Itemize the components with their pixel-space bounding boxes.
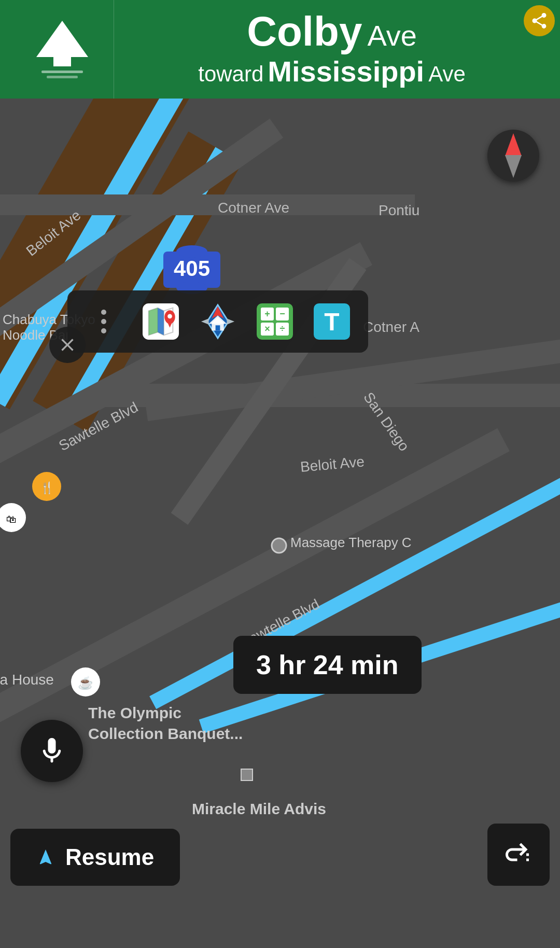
nav-header: Colby Ave toward Mississippi Ave (0, 0, 560, 99)
map-area[interactable]: 405 Beloit Ave Cotner Ave Cotner A Ponti… (0, 99, 560, 948)
nav-street-suffix: Ave (367, 19, 416, 52)
compass-south (505, 155, 522, 178)
nav-toward-label: toward (198, 62, 263, 87)
map-svg: 405 Beloit Ave Cotner Ave Cotner A Ponti… (0, 99, 560, 948)
resume-navigation-icon (36, 848, 55, 867)
dot-2 (101, 319, 106, 324)
svg-text:Cotner Ave: Cotner Ave (218, 200, 289, 216)
nav-street: Colby (247, 11, 362, 52)
compass[interactable] (487, 130, 539, 182)
svg-text:Tea House: Tea House (0, 672, 54, 688)
calc-times: × (261, 323, 274, 336)
teleprompter-button[interactable]: T (311, 301, 353, 342)
turn-icon (503, 839, 534, 870)
svg-text:Cotner A: Cotner A (363, 319, 419, 335)
t-icon: T (314, 303, 350, 340)
svg-marker-44 (149, 308, 158, 336)
svg-point-27 (272, 538, 286, 553)
svg-rect-39 (241, 769, 253, 780)
turn-button[interactable] (487, 824, 550, 886)
calc-icon: + − × ÷ (257, 303, 293, 340)
calc-divide: ÷ (276, 323, 289, 336)
google-maps-button[interactable] (140, 301, 181, 342)
voice-button[interactable] (21, 720, 83, 782)
calculator-button[interactable]: + − × ÷ (254, 301, 296, 342)
share-button[interactable] (524, 5, 555, 36)
microphone-icon (36, 735, 67, 766)
svg-text:Beloit Ave: Beloit Ave (300, 453, 365, 475)
svg-text:The Olympic: The Olympic (88, 704, 181, 721)
context-popup: + − × ÷ T (67, 290, 368, 353)
nav-text-section: Colby Ave toward Mississippi Ave (114, 6, 550, 93)
nav-arrow-section (10, 0, 114, 99)
svg-text:Collection Banquet...: Collection Banquet... (88, 725, 243, 742)
close-button[interactable] (49, 327, 86, 363)
svg-text:Miracle Mile Advis: Miracle Mile Advis (192, 800, 326, 817)
time-bubble: 3 hr 24 min (233, 636, 422, 694)
svg-rect-55 (216, 325, 220, 330)
resume-button[interactable]: Resume (10, 829, 180, 886)
svg-text:🍴: 🍴 (40, 481, 54, 495)
calc-minus: − (276, 308, 289, 320)
svg-text:Massage Therapy C: Massage Therapy C (290, 535, 412, 550)
more-options-button[interactable] (83, 301, 124, 342)
navigation-home-button[interactable] (197, 301, 239, 342)
svg-rect-6 (0, 194, 415, 215)
nav-toward-suffix: Ave (428, 62, 466, 87)
nav-toward-street: Mississippi (268, 54, 424, 88)
svg-text:☕: ☕ (78, 675, 93, 690)
time-value: 3 hr 24 min (256, 650, 399, 680)
svg-rect-10 (0, 428, 510, 744)
svg-text:405: 405 (174, 256, 210, 281)
svg-text:Pontiu: Pontiu (379, 202, 419, 218)
calc-plus: + (261, 308, 274, 320)
svg-marker-45 (158, 308, 164, 336)
svg-point-47 (167, 314, 172, 318)
compass-north (505, 133, 522, 156)
resume-label: Resume (65, 844, 154, 870)
dot-1 (101, 310, 106, 315)
dot-3 (101, 328, 106, 333)
svg-text:🛍: 🛍 (6, 513, 17, 525)
